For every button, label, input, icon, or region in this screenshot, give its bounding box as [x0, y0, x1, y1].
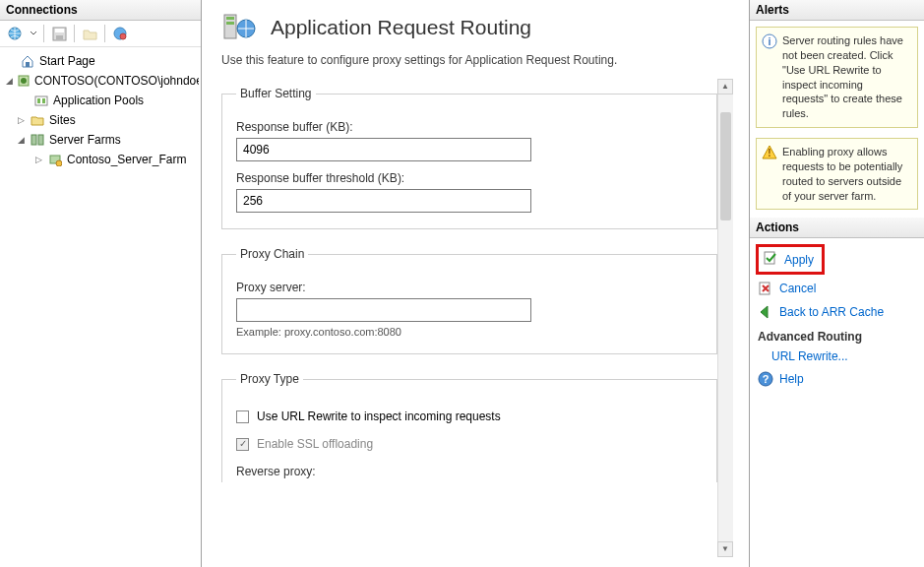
refresh-icon[interactable]: [111, 25, 129, 42]
connections-panel: Connections Start Page ◢: [0, 0, 202, 567]
actions-list: Apply Cancel Back to ARR Cache Advanced …: [750, 238, 924, 395]
advanced-routing-heading: Advanced Routing: [750, 324, 924, 346]
sites-icon: [30, 112, 45, 128]
tree-label: Contoso_Server_Farm: [67, 153, 186, 166]
svg-rect-18: [226, 22, 234, 25]
folder-icon[interactable]: [81, 25, 98, 42]
page-title: Application Request Routing: [271, 16, 531, 39]
tree-label: CONTOSO(CONTOSO\johndoe): [34, 74, 199, 88]
scroll-thumb[interactable]: [720, 112, 731, 220]
ssl-offload-checkbox-row: ✓ Enable SSL offloading: [236, 437, 703, 451]
vertical-scrollbar[interactable]: ▲ ▼: [717, 79, 733, 557]
url-rewrite-checkbox-row[interactable]: Use URL Rewrite to inspect incoming requ…: [236, 410, 703, 423]
save-icon[interactable]: [50, 25, 68, 42]
home-icon: [20, 53, 35, 69]
cancel-icon: [758, 281, 773, 296]
svg-rect-13: [38, 135, 43, 145]
app-pools-icon: [33, 93, 49, 108]
connections-header: Connections: [0, 0, 201, 21]
proxy-server-label: Proxy server:: [236, 281, 703, 294]
svg-rect-10: [37, 98, 40, 103]
svg-text:?: ?: [763, 373, 770, 385]
actions-header: Actions: [750, 218, 924, 238]
tree-app-pools[interactable]: Application Pools: [2, 91, 199, 110]
back-label: Back to ARR Cache: [779, 305, 884, 319]
proxy-server-hint: Example: proxy.contoso.com:8080: [236, 326, 703, 338]
page-description: Use this feature to configure proxy sett…: [221, 53, 735, 67]
scroll-up-icon[interactable]: ▲: [717, 79, 733, 94]
form-scroll-area: Buffer Setting Response buffer (KB): Res…: [221, 79, 735, 557]
svg-rect-11: [42, 98, 45, 103]
info-icon: i: [762, 33, 777, 49]
tree-start-page[interactable]: Start Page: [2, 51, 199, 71]
right-panel: Alerts i Server routing rules have not b…: [749, 0, 924, 567]
tree-sites[interactable]: ▷ Sites: [2, 110, 199, 130]
main-content: Application Request Routing Use this fea…: [202, 0, 749, 567]
reverse-proxy-label: Reverse proxy:: [236, 465, 703, 478]
url-rewrite-label: URL Rewrite...: [771, 349, 848, 363]
alert-info-text: Server routing rules have not been creat…: [782, 34, 903, 119]
svg-rect-3: [56, 35, 63, 39]
checkbox-unchecked-icon[interactable]: [236, 410, 249, 423]
server-farms-icon: [30, 132, 45, 148]
alert-warning-text: Enabling proxy allows requests to be pot…: [782, 146, 902, 202]
response-threshold-input[interactable]: [236, 189, 531, 213]
cancel-button[interactable]: Cancel: [750, 277, 924, 300]
svg-point-5: [120, 33, 126, 39]
proxy-type-legend: Proxy Type: [236, 372, 303, 386]
back-arrow-icon: [758, 304, 773, 320]
back-button[interactable]: Back to ARR Cache: [750, 300, 924, 324]
tree-farm-item[interactable]: ▷ Contoso_Server_Farm: [2, 150, 199, 169]
svg-text:i: i: [768, 35, 770, 47]
ssl-offload-checkbox-label: Enable SSL offloading: [257, 437, 373, 451]
apply-icon: [763, 250, 778, 269]
apply-button[interactable]: Apply: [756, 244, 825, 275]
globe-icon[interactable]: [6, 25, 24, 42]
proxy-server-input[interactable]: [236, 298, 531, 322]
tree-label: Sites: [49, 113, 76, 127]
proxy-chain-group: Proxy Chain Proxy server: Example: proxy…: [221, 247, 717, 354]
proxy-type-group: Proxy Type Use URL Rewrite to inspect in…: [221, 372, 717, 482]
tree-label: Application Pools: [53, 94, 144, 107]
connections-tree: Start Page ◢ CONTOSO(CONTOSO\johndoe) Ap…: [0, 47, 201, 173]
alerts-header: Alerts: [750, 0, 924, 21]
scroll-down-icon[interactable]: ▼: [717, 541, 733, 557]
chevron-down-icon[interactable]: [30, 30, 37, 37]
warning-icon: !: [762, 145, 777, 160]
svg-point-8: [21, 78, 27, 84]
tree-server-farms[interactable]: ◢ Server Farms: [2, 130, 199, 150]
connections-toolbar: [0, 21, 201, 47]
svg-text:!: !: [768, 148, 770, 158]
svg-rect-17: [226, 17, 234, 20]
tree-label: Server Farms: [49, 133, 121, 147]
response-threshold-label: Response buffer threshold (KB):: [236, 171, 703, 185]
svg-rect-12: [31, 135, 36, 145]
alert-info: i Server routing rules have not been cre…: [756, 27, 918, 128]
tree-server-node[interactable]: ◢ CONTOSO(CONTOSO\johndoe): [2, 71, 199, 91]
checkbox-checked-disabled-icon: ✓: [236, 438, 249, 451]
buffer-settings-group: Buffer Setting Response buffer (KB): Res…: [221, 87, 717, 229]
svg-rect-9: [35, 96, 47, 105]
response-buffer-label: Response buffer (KB):: [236, 120, 703, 134]
proxy-chain-legend: Proxy Chain: [236, 247, 308, 261]
buffer-legend: Buffer Setting: [236, 87, 316, 100]
server-icon: [17, 73, 31, 89]
response-buffer-input[interactable]: [236, 138, 531, 161]
farm-icon: [47, 152, 63, 167]
scroll-track[interactable]: [717, 94, 733, 541]
svg-rect-2: [55, 29, 64, 32]
help-icon: ?: [758, 371, 773, 387]
svg-point-15: [56, 160, 62, 166]
arr-feature-icon: [221, 10, 257, 45]
alert-warning: ! Enabling proxy allows requests to be p…: [756, 138, 918, 210]
cancel-label: Cancel: [779, 282, 816, 295]
apply-label: Apply: [784, 253, 814, 267]
help-button[interactable]: ? Help: [750, 367, 924, 391]
svg-rect-6: [26, 62, 30, 67]
help-label: Help: [779, 372, 804, 386]
tree-label: Start Page: [39, 54, 95, 68]
url-rewrite-checkbox-label: Use URL Rewrite to inspect incoming requ…: [257, 410, 501, 423]
url-rewrite-button[interactable]: URL Rewrite...: [750, 346, 924, 367]
